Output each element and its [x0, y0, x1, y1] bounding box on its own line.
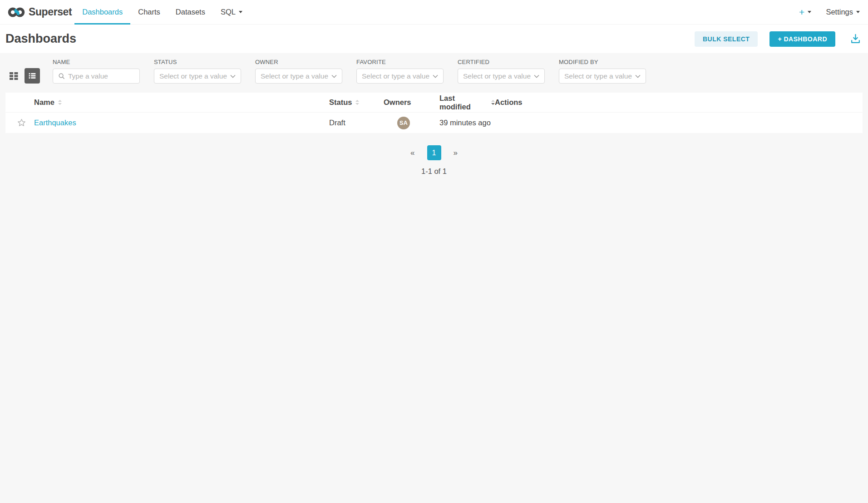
filter-group-certified: CERTIFIED Select or type a value: [458, 59, 545, 84]
import-dashboards-button[interactable]: [850, 33, 861, 44]
nav-item-sql[interactable]: SQL: [213, 0, 250, 24]
new-item-menu-button[interactable]: +: [799, 7, 811, 18]
page-1-button[interactable]: 1: [427, 145, 441, 160]
chevron-down-icon: [808, 11, 811, 13]
chevron-down-icon: [433, 74, 438, 78]
view-mode-toggles: [8, 68, 40, 84]
column-header-label: Last modified: [439, 94, 488, 111]
filter-bar: NAME STATUS Select or type a value: [5, 59, 863, 84]
chevron-down-icon: [856, 11, 860, 13]
new-dashboard-button[interactable]: + DASHBOARD: [769, 31, 835, 47]
filter-label: MODIFIED BY: [559, 59, 646, 65]
last-modified-cell: 39 minutes ago: [439, 118, 495, 127]
chevron-down-icon: [534, 74, 539, 78]
chevron-down-icon: [239, 11, 242, 13]
navbar-right: + Settings: [799, 0, 860, 24]
dashboards-list-page: NAME STATUS Select or type a value: [0, 53, 868, 176]
brand-name: Superset: [29, 6, 72, 18]
dashboard-name-cell: Earthquakes: [34, 118, 329, 127]
filter-group-modified-by: MODIFIED BY Select or type a value: [559, 59, 646, 84]
filter-group-status: STATUS Select or type a value: [154, 59, 241, 84]
filter-label: OWNER: [255, 59, 342, 65]
filter-label: CERTIFIED: [458, 59, 545, 65]
superset-logo[interactable]: Superset: [7, 0, 72, 24]
pagination-summary: 1-1 of 1: [5, 167, 863, 176]
filter-label: NAME: [53, 59, 140, 65]
column-header-label: Owners: [384, 98, 411, 107]
sort-icon: [355, 100, 359, 105]
nav-item-charts[interactable]: Charts: [130, 0, 168, 24]
status-cell: Draft: [329, 118, 384, 127]
column-header-owners: Owners: [384, 98, 439, 107]
certified-filter-select[interactable]: Select or type a value: [458, 69, 545, 84]
chevron-down-icon: [635, 74, 641, 78]
column-header-actions: Actions: [495, 98, 863, 107]
nav-item-label: Dashboards: [82, 8, 123, 16]
filter-group-favorite: FAVORITE Select or type a value: [356, 59, 444, 84]
filter-group-name: NAME: [53, 59, 140, 84]
filter-group-owner: OWNER Select or type a value: [255, 59, 342, 84]
favorite-star-button[interactable]: [5, 118, 34, 128]
list-view-toggle[interactable]: [25, 68, 40, 84]
top-navbar: Superset Dashboards Charts Datasets SQL …: [0, 0, 868, 25]
filter-label: STATUS: [154, 59, 241, 65]
select-placeholder: Select or type a value: [564, 72, 632, 80]
chevron-down-icon: [230, 74, 236, 78]
owner-avatar[interactable]: SA: [397, 117, 410, 129]
column-header-label: Name: [34, 98, 54, 107]
column-header-last-modified[interactable]: Last modified: [439, 94, 495, 111]
card-view-icon: [8, 70, 19, 81]
list-view-icon: [27, 71, 37, 81]
active-tab-indicator: [74, 23, 130, 25]
owner-filter-select[interactable]: Select or type a value: [255, 69, 342, 84]
star-icon: [17, 118, 26, 128]
select-placeholder: Select or type a value: [463, 72, 531, 80]
pagination: « 1 »: [5, 145, 863, 160]
settings-label: Settings: [826, 8, 853, 16]
settings-menu-button[interactable]: Settings: [826, 8, 860, 16]
nav-item-dashboards[interactable]: Dashboards: [74, 0, 130, 24]
previous-page-button[interactable]: «: [410, 148, 414, 158]
modified-by-filter-select[interactable]: Select or type a value: [559, 69, 646, 84]
filter-label: FAVORITE: [356, 59, 444, 65]
status-filter-select[interactable]: Select or type a value: [154, 69, 241, 84]
sort-icon: [58, 100, 62, 105]
table-header-row: Name Status Owners Last modified: [5, 93, 863, 113]
nav-item-label: Charts: [138, 8, 160, 16]
dashboards-table: Name Status Owners Last modified: [5, 93, 863, 133]
sort-desc-icon: [491, 100, 495, 105]
nav-item-datasets[interactable]: Datasets: [168, 0, 213, 24]
page-header-actions: BULK SELECT + DASHBOARD: [695, 31, 861, 47]
bulk-select-button[interactable]: BULK SELECT: [695, 31, 758, 47]
column-header-name[interactable]: Name: [34, 98, 329, 107]
chevron-down-icon: [331, 74, 337, 78]
name-filter: [53, 69, 140, 84]
main-nav: Dashboards Charts Datasets SQL: [74, 0, 250, 24]
owners-cell: SA: [384, 117, 439, 129]
export-icon: [850, 33, 861, 44]
column-header-label: Actions: [495, 98, 523, 107]
nav-item-label: Datasets: [176, 8, 205, 16]
dashboard-link[interactable]: Earthquakes: [34, 118, 76, 127]
search-icon: [58, 73, 65, 79]
nav-item-label: SQL: [221, 8, 236, 16]
select-placeholder: Select or type a value: [261, 72, 328, 80]
select-placeholder: Select or type a value: [159, 72, 227, 80]
plus-icon: +: [799, 7, 804, 18]
column-header-status[interactable]: Status: [329, 98, 384, 107]
favorite-filter-select[interactable]: Select or type a value: [356, 69, 444, 84]
table-row: Earthquakes Draft SA 39 minutes ago: [5, 113, 863, 133]
page-title: Dashboards: [5, 32, 76, 46]
superset-infinity-icon: [7, 6, 25, 19]
page-header: Dashboards BULK SELECT + DASHBOARD: [0, 25, 868, 53]
column-header-label: Status: [329, 98, 352, 107]
select-placeholder: Select or type a value: [362, 72, 429, 80]
next-page-button[interactable]: »: [454, 148, 458, 158]
card-view-toggle[interactable]: [8, 70, 20, 82]
name-filter-input[interactable]: [68, 72, 134, 80]
